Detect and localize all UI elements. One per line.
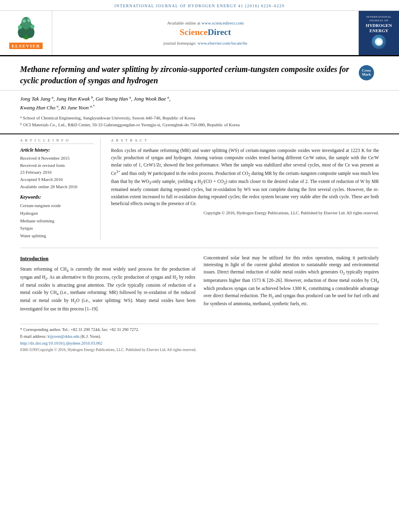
doi-link[interactable]: http://dx.doi.org/10.1016/j.ijhydene.201… [20,341,379,345]
authors-line: Jong Tak Jang a, Jung Hun Kwak b, Gui Yo… [20,94,379,112]
tel-fax: Tel.: +82 31 290 7244; fax: +82 31 290 7… [62,327,139,332]
journal-title-top: INTERNATIONAL JOURNAL OF HYDROGEN ENERGY… [114,4,284,8]
sciencedirect-area: Available online at www.sciencedirect.co… [52,11,359,55]
hydrogen-energy-logo: INTERNATIONALJOURNAL OF HYDROGEN ENERGY [359,11,399,55]
accepted-date: Accepted 9 March 2016 [20,176,94,183]
body-col-right: Concentrated solar heat may be utilized … [204,255,379,316]
keyword-4: Syngas [20,224,94,232]
journal-homepage-link[interactable]: www.elsevier.com/locate/he [197,41,247,45]
email-after: (K.J. Yoon). [80,334,101,339]
two-col-section: A R T I C L E I N F O Article history: R… [0,134,399,243]
footer-notes: * Corresponding author. Tel.: +82 31 290… [20,324,379,340]
svg-point-7 [22,19,26,23]
footer-issn: 0360-3199/Copyright © 2016, Hydrogen Ene… [0,346,399,353]
corresponding-author-line: * Corresponding author. Tel.: +82 31 290… [20,327,379,333]
article-title-section: Methane reforming and water splitting by… [0,56,399,90]
keywords-section: Keywords: Cerium-tungsten oxide Hydrogen… [20,194,94,239]
revised-label: Received in revised form [20,162,94,169]
author-5: Kwang Hun Cho a [20,105,58,111]
section-divider [20,248,379,248]
author-2: Jung Hun Kwak b [56,96,93,102]
affiliation-b: ᵇ OCI Materials Co., Ltd., R&D Center, 5… [20,121,379,128]
available-online-text: Available online at www.sciencedirect.co… [167,21,244,25]
available-date: Available online 28 March 2016 [20,183,94,191]
svg-point-8 [27,18,31,22]
keyword-3: Methane reforming [20,217,94,225]
available-online-link[interactable]: www.sciencedirect.com [202,21,244,25]
revised-date: 23 February 2016 [20,169,94,176]
keyword-5: Water splitting [20,232,94,240]
copyright-line: Copyright © 2016, Hydrogen Energy Public… [111,210,379,216]
crossmark-icon: CrossMark [359,65,374,80]
affiliations: ᵃ School of Chemical Engineering, Sungky… [20,115,379,128]
email-line: E-mail address: kijyoon@skku.edu (K.J. Y… [20,333,379,340]
author-4: Jong Wook Bae a [134,96,169,102]
intro-right-text: Concentrated solar heat may be utilized … [204,255,379,308]
article-info-col: A R T I C L E I N F O Article history: R… [20,138,101,239]
keyword-1: Cerium-tungsten oxide [20,202,94,210]
elsevier-label: ELSEVIER [9,43,43,49]
intro-left-text: Steam reforming of CH4 is currently the … [20,266,195,313]
svg-point-6 [30,25,34,29]
article-title: Methane reforming and water splitting by… [20,64,353,86]
keywords-label: Keywords: [20,194,94,200]
crossmark-badge: CrossMark [359,65,379,80]
corresponding-label: * Corresponding author. [20,327,61,332]
elsevier-logo-area: ELSEVIER [0,11,52,55]
he-logo-circle [372,35,386,49]
journal-header-bar: INTERNATIONAL JOURNAL OF HYDROGEN ENERGY… [0,0,399,11]
journal-homepage: journal homepage: www.elsevier.com/locat… [163,41,247,45]
email-link[interactable]: kijyoon@skku.edu [47,334,79,339]
abstract-heading: A B S T R A C T [111,138,379,144]
introduction-heading: Introduction [20,255,195,263]
author-3: Gui Young Han a [96,96,131,102]
svg-point-5 [18,25,22,29]
received-date: Received 4 November 2015 [20,155,94,162]
article-history-label: Article history: [20,147,94,153]
sciencedirect-logo: ScienceDirect [180,27,231,37]
abstract-col: A B S T R A C T Redox cycles of methane … [109,138,379,239]
keyword-2: Hydrogen [20,210,94,217]
elsevier-tree-icon [12,17,40,41]
authors-section: Jong Tak Jang a, Jung Hun Kwak b, Gui Yo… [0,90,399,130]
author-1: Jong Tak Jang a [20,96,53,102]
affiliation-a: ᵃ School of Chemical Engineering, Sungky… [20,115,379,121]
body-col-left: Introduction Steam reforming of CH4 is c… [20,255,195,316]
body-text-section: Introduction Steam reforming of CH4 is c… [0,252,399,320]
top-section: ELSEVIER Available online at www.science… [0,11,399,56]
article-info-heading: A R T I C L E I N F O [20,138,94,144]
email-label-text: E-mail address: [20,334,47,339]
abstract-text: Redox cycles of methane reforming (MR) a… [111,147,379,207]
author-6: Ki June Yoon a,* [61,105,95,111]
